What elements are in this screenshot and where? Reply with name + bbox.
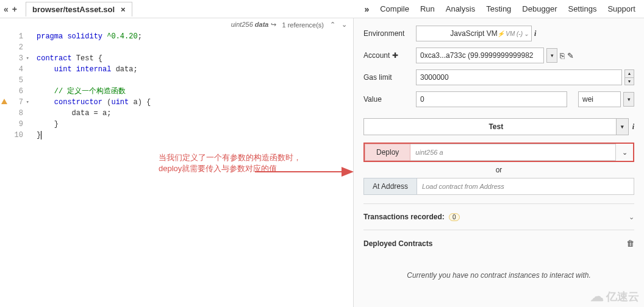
account-dropdown-btn[interactable]: ▾ <box>546 48 557 63</box>
annotation-arrow <box>255 161 359 185</box>
gas-spinner[interactable]: ▲▼ <box>624 69 634 85</box>
nav-compile[interactable]: Compile <box>380 4 409 13</box>
contract-select[interactable]: Test ▾ <box>363 118 629 135</box>
tx-count-badge: 0 <box>449 213 460 221</box>
deployed-title: Deployed Contracts <box>363 239 432 248</box>
close-tab-icon[interactable]: × <box>121 5 126 14</box>
ref-up-icon[interactable]: ⌃ <box>330 21 335 29</box>
nav-settings[interactable]: Settings <box>568 4 596 13</box>
expand-panel-icon[interactable]: » <box>364 4 369 14</box>
gas-label: Gas limit <box>363 73 416 82</box>
watermark: ☁亿速云 <box>590 289 639 305</box>
contract-dropdown-btn[interactable]: ▾ <box>616 119 628 135</box>
collapse-left-icon[interactable]: « <box>4 4 9 14</box>
account-select[interactable]: 0xca3...a733c (99.9999999999982 <box>416 48 544 63</box>
nav-testing[interactable]: Testing <box>486 4 511 13</box>
hint-name: data <box>255 21 269 28</box>
value-input[interactable]: 0 <box>416 91 567 107</box>
nav-analysis[interactable]: Analysis <box>446 4 475 13</box>
clear-deployed-icon[interactable]: 🗑 <box>626 239 634 248</box>
environment-select[interactable]: JavaScript VM ⚡VM (-)⌄ <box>416 26 532 41</box>
nav-debugger[interactable]: Debugger <box>522 4 557 13</box>
hint-type: uint256 <box>231 21 253 28</box>
add-tab-icon[interactable]: + <box>12 4 17 14</box>
nav-run[interactable]: Run <box>420 4 435 13</box>
env-info-icon[interactable]: i <box>534 29 536 38</box>
references-count[interactable]: 1 reference(s) <box>282 21 324 29</box>
deploy-args-input[interactable]: uint256 a <box>410 144 616 161</box>
plug-icon: ⚡ <box>497 30 504 37</box>
copy-account-icon[interactable]: ⎘ <box>560 51 565 60</box>
account-add-icon[interactable]: ✚ <box>392 51 398 60</box>
code-editor[interactable]: 12345678910 pragma solidity ^0.4.20; con… <box>0 31 353 141</box>
file-tab-label: browser/testAsset.sol <box>32 5 115 14</box>
ref-down-icon[interactable]: ⌄ <box>342 21 347 29</box>
at-address-input[interactable]: Load contract from Address <box>417 178 634 195</box>
contract-info-icon[interactable]: i <box>632 122 634 132</box>
gas-limit-input[interactable]: 3000000 <box>416 69 622 85</box>
value-unit-select[interactable]: wei <box>578 91 621 107</box>
account-label: Account <box>363 51 390 60</box>
file-tab[interactable]: browser/testAsset.sol × <box>26 2 132 16</box>
nav-support[interactable]: Support <box>607 4 635 13</box>
unit-dropdown-btn[interactable]: ▾ <box>623 92 634 107</box>
env-label: Environment <box>363 29 416 38</box>
value-label: Value <box>363 95 416 104</box>
goto-icon[interactable]: ↪ <box>271 21 276 28</box>
or-text: or <box>363 166 634 174</box>
at-address-button[interactable]: At Address <box>363 178 417 195</box>
tx-recorded-title: Transactions recorded: <box>363 213 445 221</box>
deploy-expand-icon[interactable]: ⌄ <box>616 144 633 161</box>
edit-account-icon[interactable]: ✎ <box>567 51 574 60</box>
deploy-button[interactable]: Deploy <box>365 144 410 161</box>
tx-expand-icon[interactable]: ⌄ <box>629 213 634 221</box>
